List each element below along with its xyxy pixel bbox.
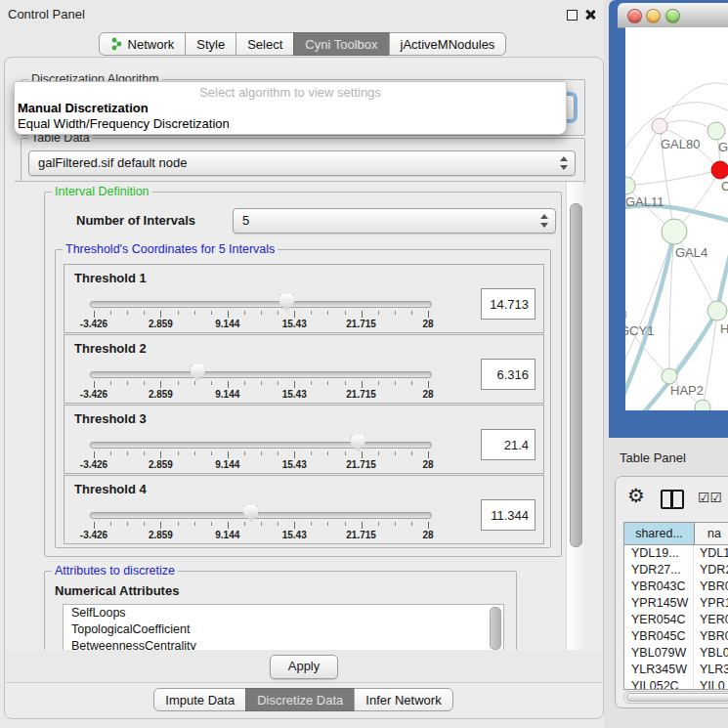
network-icon	[110, 37, 123, 51]
slider-thumb[interactable]	[243, 505, 258, 522]
slider-tick	[261, 451, 262, 455]
slider-tick	[160, 451, 161, 458]
network-node-label: GAL11	[625, 194, 664, 209]
bottom-tab-infer-network[interactable]: Infer Network	[354, 688, 452, 711]
algorithm-hint-item[interactable]: Select algorithm to view settings	[15, 85, 566, 100]
threshold-value-field[interactable]: 21.4	[481, 429, 535, 460]
threshold-slider-4[interactable]: -3.4262.8599.14415.4321.71528	[94, 509, 428, 538]
table-hscrollbar-thumb[interactable]	[626, 693, 728, 702]
bottom-tab-impute-data[interactable]: Impute Data	[153, 688, 246, 711]
table-row[interactable]: YLR345WYLR3	[624, 662, 728, 678]
slider-tick	[278, 522, 278, 526]
threshold-value-field[interactable]: 6.316	[481, 359, 535, 390]
slider-tick	[178, 522, 179, 526]
slider-tick	[228, 522, 229, 529]
network-node-gcy1[interactable]	[625, 307, 626, 322]
slider-tick-label: 9.144	[215, 530, 239, 540]
top-tab-jactivemnodules[interactable]: jActiveMNodules	[389, 32, 507, 56]
network-edge[interactable]	[625, 232, 674, 379]
network-node-h[interactable]	[707, 301, 727, 321]
slider-tick	[110, 381, 111, 385]
columns-icon[interactable]	[661, 490, 684, 509]
attributes-scrollbar-thumb[interactable]	[490, 607, 501, 650]
network-node-gal11[interactable]	[625, 177, 635, 194]
network-node-c[interactable]	[711, 161, 728, 179]
table-row[interactable]: YDL19...YDL1	[624, 545, 728, 562]
tab-label: Infer Network	[365, 693, 441, 707]
network-edge[interactable]	[674, 232, 717, 311]
algorithm-option-equal-width-frequency[interactable]: Equal Width/Frequency Discretization	[18, 116, 230, 131]
slider-tick	[294, 381, 295, 388]
top-tab-cyni-toolbox[interactable]: Cyni Toolbox	[293, 32, 389, 56]
table-data-combobox[interactable]: galFiltered.sif default node	[28, 150, 576, 176]
column-header-name[interactable]: na	[695, 523, 728, 544]
numerical-attributes-list[interactable]: SelfLoopsTopologicalCoefficientBetweenne…	[63, 604, 504, 652]
settings-scrollbar-thumb[interactable]	[570, 203, 582, 547]
network-node-gal[interactable]	[707, 122, 725, 140]
network-node-hap2[interactable]	[662, 368, 677, 384]
slider-track[interactable]	[90, 442, 432, 449]
float-window-icon[interactable]	[567, 10, 578, 21]
slider-thumb[interactable]	[279, 294, 294, 311]
table-row[interactable]: YIL052CYIL0	[624, 678, 728, 690]
threshold-slider-1[interactable]: -3.4262.8599.14415.4321.71528	[94, 298, 428, 327]
threshold-value-field[interactable]: 14.713	[481, 288, 535, 320]
threshold-slider-2[interactable]: -3.4262.8599.14415.4321.71528	[94, 368, 428, 398]
network-canvas[interactable]: GAL80GALCGAL11GAL4GCY1HHAP2	[625, 27, 728, 410]
table-row[interactable]: YBR045CYBR0	[624, 628, 728, 645]
close-traffic-light[interactable]	[627, 9, 642, 23]
network-node[interactable]	[695, 400, 710, 410]
slider-tick	[194, 381, 195, 385]
minimize-traffic-light[interactable]	[646, 9, 661, 23]
slider-track[interactable]	[90, 371, 432, 378]
slider-tick-label: -3.426	[80, 459, 107, 470]
settings-scrollbar[interactable]	[566, 182, 583, 651]
network-edge[interactable]	[626, 170, 720, 186]
threshold-value-field[interactable]: 11.344	[481, 499, 535, 531]
slider-tick	[110, 451, 111, 455]
apply-button[interactable]: Apply	[270, 655, 338, 679]
checkbox-icons[interactable]: ☑☑	[698, 490, 722, 505]
table-row[interactable]: YDR27...YDR2	[624, 562, 728, 578]
network-edge[interactable]	[626, 126, 660, 186]
number-of-intervals-combobox[interactable]: 5	[233, 208, 556, 234]
gear-icon[interactable]: ⚙	[627, 486, 645, 505]
tab-label: Discretize Data	[257, 693, 343, 707]
cell-shared-name: YBL079W	[624, 645, 694, 662]
network-view-window[interactable]: GAL80GALCGAL11GAL4GCY1HHAP2	[609, 0, 728, 438]
slider-tick	[194, 451, 195, 455]
top-tab-network[interactable]: Network	[99, 32, 187, 56]
table-row[interactable]: YBR043CYBR0	[624, 578, 728, 595]
table-row[interactable]: YPR145WYPR1	[624, 595, 728, 612]
network-edge-highlighted[interactable]	[717, 237, 728, 311]
slider-tick	[144, 381, 145, 385]
slider-thumb[interactable]	[351, 435, 365, 451]
attribute-item-topologicalcoefficient[interactable]: TopologicalCoefficient	[64, 621, 503, 638]
slider-track[interactable]	[90, 512, 432, 519]
table-horizontal-scrollbar[interactable]	[623, 691, 728, 704]
slider-tick	[278, 311, 278, 315]
top-tab-style[interactable]: Style	[185, 32, 236, 56]
slider-thumb[interactable]	[191, 364, 205, 381]
column-header-shared-name[interactable]: shared...	[624, 523, 695, 544]
top-tab-select[interactable]: Select	[236, 32, 294, 56]
table-row[interactable]: YER054CYER0	[624, 612, 728, 628]
zoom-traffic-light[interactable]	[665, 9, 680, 23]
slider-tick-label: 28	[422, 530, 433, 540]
slider-tick-label: 2.859	[149, 530, 173, 540]
bottom-tab-discretize-data[interactable]: Discretize Data	[245, 688, 355, 711]
network-edge[interactable]	[660, 83, 728, 126]
slider-track[interactable]	[90, 301, 432, 308]
attribute-item-selfloops[interactable]: SelfLoops	[64, 605, 503, 621]
network-node-gal80[interactable]	[652, 118, 667, 134]
slider-tick	[144, 451, 145, 455]
network-node-gal4[interactable]	[662, 219, 687, 244]
threshold-panel-3: Threshold 3-3.4262.8599.14415.4321.71528…	[64, 405, 544, 474]
network-window-titlebar[interactable]	[618, 3, 728, 28]
close-icon[interactable]	[584, 9, 596, 21]
slider-tick	[211, 522, 212, 526]
screen: Control Panel NetworkStyleSelectCyni Too…	[0, 0, 728, 728]
algorithm-option-manual-discretization[interactable]: Manual Discretization	[18, 101, 149, 115]
table-row[interactable]: YBL079WYBL0	[624, 645, 728, 662]
threshold-slider-3[interactable]: -3.4262.8599.14415.4321.71528	[94, 439, 428, 468]
